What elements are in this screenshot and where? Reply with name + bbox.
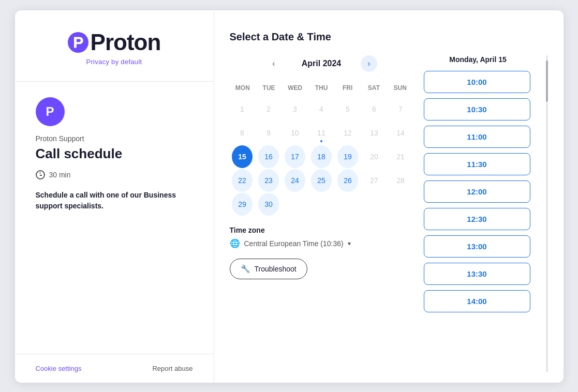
calendar-day-2: 2: [258, 98, 279, 120]
calendar-body: 1234567891011121314151617181920212223242…: [230, 98, 413, 216]
cookie-settings-link[interactable]: Cookie settings: [36, 365, 82, 372]
timeslot-1030[interactable]: 10:30: [424, 98, 530, 120]
calendar-day-17[interactable]: 17: [285, 145, 305, 168]
description: Schedule a call with one of our Business…: [36, 190, 193, 212]
logo-section: Proton Privacy by default: [15, 10, 214, 82]
next-month-button[interactable]: ›: [361, 55, 377, 72]
proton-p-icon: [68, 32, 88, 53]
calendar-day-3: 3: [285, 98, 305, 120]
timezone-chevron-icon: ▾: [348, 240, 351, 247]
timeslot-1300[interactable]: 13:00: [424, 235, 530, 258]
duration-row: 30 min: [36, 170, 193, 179]
day-name-wed: WED: [282, 82, 308, 94]
timezone-label: Time zone: [230, 226, 413, 234]
calendar-day-27: 27: [364, 169, 384, 192]
calendar-day-5: 5: [337, 98, 358, 120]
calendar-day-8: 8: [232, 122, 253, 144]
call-schedule-title: Call schedule: [36, 146, 193, 162]
duration-label: 30 min: [49, 171, 71, 179]
wrench-icon: 🔧: [241, 264, 250, 274]
calendar-day-23[interactable]: 23: [258, 169, 279, 192]
calendar-day-30[interactable]: 30: [258, 193, 279, 216]
proton-wordmark: Proton: [68, 31, 161, 54]
scroll-thumb: [546, 61, 548, 102]
calendar-nav: ‹ April 2024 ›: [230, 55, 413, 72]
calendar-day-20: 20: [364, 145, 384, 168]
timeslot-1100[interactable]: 11:00: [424, 126, 530, 148]
left-footer: Cookie settings Report abuse: [15, 354, 214, 383]
troubleshoot-row: 🔧 Troubleshoot: [230, 248, 413, 279]
calendar-day-13: 13: [364, 122, 384, 144]
globe-icon: 🌐: [230, 238, 240, 248]
timeslot-1400[interactable]: 14:00: [424, 290, 530, 312]
scroll-indicator: [546, 55, 548, 372]
select-datetime-title: Select a Date & Time: [230, 31, 548, 43]
day-name-thu: THU: [308, 82, 335, 94]
calendar-day-7: 7: [390, 98, 411, 120]
calendar-day-9: 9: [258, 122, 279, 144]
support-label: Proton Support: [36, 134, 193, 143]
calendar-day-25[interactable]: 25: [311, 169, 332, 192]
selected-date-label: Monday, April 15: [424, 55, 532, 64]
report-abuse-link[interactable]: Report abuse: [152, 365, 192, 372]
calendar-day-16[interactable]: 16: [258, 145, 279, 168]
calendar-day-21: 21: [390, 145, 411, 168]
calendar-grid: MON TUE WED THU FRI SAT SUN 123456789101…: [230, 82, 413, 216]
proton-wordmark-text: Proton: [91, 31, 161, 54]
avatar-letter: P: [46, 104, 54, 119]
proton-logo: Proton Privacy by default: [68, 31, 161, 66]
main-container: Proton Privacy by default P Proton Suppo…: [15, 10, 564, 383]
calendar-day-1: 1: [232, 98, 253, 120]
calendar-section: ‹ April 2024 › MON TUE WED THU FRI SAT S…: [230, 55, 413, 372]
day-name-fri: FRI: [334, 82, 361, 94]
calendar-day-10: 10: [285, 122, 305, 144]
day-name-sun: SUN: [387, 82, 413, 94]
avatar: P: [36, 97, 65, 126]
prev-month-button[interactable]: ‹: [265, 55, 282, 72]
timeslots-section: Monday, April 15 10:0010:3011:0011:3012:…: [424, 55, 532, 372]
info-section: P Proton Support Call schedule 30 min Sc…: [15, 82, 214, 354]
calendar-day-15[interactable]: 15: [232, 145, 253, 168]
timeslot-1000[interactable]: 10:00: [424, 71, 530, 93]
timezone-selector[interactable]: 🌐 Central European Time (10:36) ▾: [230, 238, 413, 248]
calendar-day-26[interactable]: 26: [337, 169, 358, 192]
left-panel: Proton Privacy by default P Proton Suppo…: [15, 10, 214, 383]
timeslot-1230[interactable]: 12:30: [424, 208, 530, 230]
calendar-day-19[interactable]: 19: [337, 145, 358, 168]
right-panel: Select a Date & Time ‹ April 2024 › MON …: [214, 10, 564, 383]
timeslots-list: 10:0010:3011:0011:3012:0012:3013:0013:30…: [424, 71, 532, 312]
troubleshoot-button[interactable]: 🔧 Troubleshoot: [230, 259, 307, 279]
calendar-day-11: 11: [311, 122, 332, 144]
day-name-sat: SAT: [361, 82, 387, 94]
timeslot-1200[interactable]: 12:00: [424, 180, 530, 203]
calendar-day-22[interactable]: 22: [232, 169, 253, 192]
timezone-value: Central European Time (10:36): [244, 239, 344, 248]
month-label: April 2024: [290, 59, 352, 68]
calendar-day-28: 28: [390, 169, 411, 192]
calendar-day-29[interactable]: 29: [232, 193, 253, 216]
calendar-timeslots-container: ‹ April 2024 › MON TUE WED THU FRI SAT S…: [230, 55, 548, 372]
calendar-day-6: 6: [364, 98, 384, 120]
calendar-day-24[interactable]: 24: [285, 169, 305, 192]
privacy-tagline: Privacy by default: [86, 58, 142, 66]
calendar-day-14: 14: [390, 122, 411, 144]
calendar-day-12: 12: [337, 122, 358, 144]
day-name-mon: MON: [230, 82, 256, 94]
calendar-day-18[interactable]: 18: [311, 145, 332, 168]
timeslot-1330[interactable]: 13:30: [424, 263, 530, 285]
clock-icon: [36, 170, 45, 179]
troubleshoot-label: Troubleshoot: [255, 265, 297, 273]
day-name-tue: TUE: [256, 82, 282, 94]
timeslot-1130[interactable]: 11:30: [424, 153, 530, 175]
calendar-day-4: 4: [311, 98, 332, 120]
calendar-header: MON TUE WED THU FRI SAT SUN: [230, 82, 413, 94]
timezone-section: Time zone 🌐 Central European Time (10:36…: [230, 226, 413, 248]
